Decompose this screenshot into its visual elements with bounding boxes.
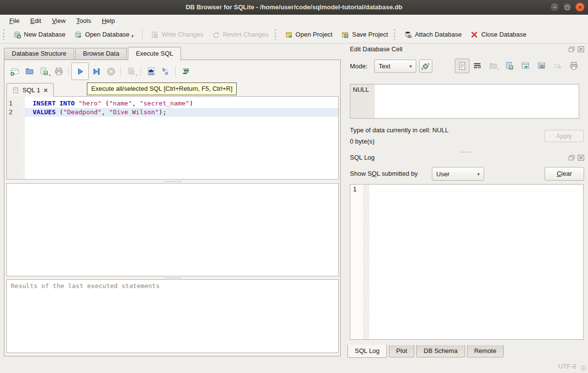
- sql-identifier: "name": [109, 100, 132, 107]
- clear-log-button[interactable]: Clear: [545, 167, 584, 181]
- close-button[interactable]: ×: [575, 2, 585, 12]
- log-line-number-gutter: 1: [350, 185, 363, 339]
- dock-tab-remote[interactable]: Remote: [467, 345, 504, 357]
- dock-tab-sql-log[interactable]: SQL Log: [347, 345, 387, 358]
- code-line-2: VALUES ("Deadpond", "Dive Wilson");: [25, 108, 338, 117]
- print-cell-icon[interactable]: [568, 60, 580, 72]
- log-line-number: 1: [353, 186, 357, 193]
- tab-browse-data[interactable]: Browse Data: [75, 48, 127, 61]
- maximize-button[interactable]: ◻: [563, 2, 572, 12]
- open-sql-file-icon[interactable]: [22, 64, 37, 79]
- save-project-label: Save Project: [352, 31, 388, 38]
- main-toolbar: New Database Open Database ▾ Write Chang…: [0, 26, 588, 43]
- new-database-button[interactable]: New Database: [9, 29, 70, 41]
- tab-database-structure[interactable]: Database Structure: [4, 48, 74, 61]
- toolbar-drag-handle: [275, 29, 277, 40]
- line-number: 1: [9, 99, 18, 108]
- menu-edit[interactable]: Edit: [25, 16, 46, 25]
- sql-toolbar-separator: [121, 66, 121, 76]
- format-sql-icon[interactable]: [178, 64, 193, 79]
- log-filter-select[interactable]: User ▾: [432, 167, 484, 181]
- sql-toolbar-separator: [141, 66, 141, 76]
- replace-icon[interactable]: ba: [158, 64, 173, 79]
- sql-doc-tab-label: SQL 1: [22, 86, 40, 94]
- import-cell-data-icon: ▾: [487, 60, 500, 72]
- text-mode-icon[interactable]: [455, 59, 469, 73]
- sql-doc-tab-close-icon[interactable]: ×: [43, 86, 47, 94]
- mode-select[interactable]: Text ▾: [374, 60, 416, 73]
- results-message-area[interactable]: Results of the last executed statements: [6, 279, 339, 353]
- open-database-menu-arrow[interactable]: ▾: [131, 34, 134, 39]
- close-database-button[interactable]: Close Database: [466, 29, 531, 41]
- sql-keyword: VALUES: [33, 108, 56, 116]
- svg-text:a: a: [165, 69, 168, 76]
- revert-changes-label: Revert Changes: [223, 31, 269, 38]
- menu-help[interactable]: Help: [97, 16, 121, 25]
- menubar: File Edit View Tools Help: [0, 15, 588, 26]
- menu-view[interactable]: View: [46, 16, 71, 25]
- execute-tooltip: Execute all/selected SQL [Ctrl+Return, F…: [87, 83, 237, 95]
- execute-sql-panel: ▾ ▾ ba SQL 1 × 1 2: [4, 60, 341, 356]
- execute-current-line-icon[interactable]: [89, 64, 103, 79]
- open-project-icon: [285, 31, 293, 39]
- sql-history-menu-arrow: ▾: [136, 73, 138, 78]
- edit-cell-dock-title: Edit Database Cell: [350, 45, 403, 53]
- open-database-icon: [74, 31, 82, 39]
- edit-cell-dock-titlebar: Edit Database Cell: [347, 45, 585, 55]
- splitter-handle[interactable]: [6, 180, 339, 183]
- dock-tab-db-schema[interactable]: DB Schema: [416, 345, 465, 357]
- code-area[interactable]: INSERT INTO "hero" ("name", "secret_name…: [25, 97, 338, 179]
- results-grid[interactable]: [6, 183, 339, 276]
- sql-string: "Dive Wilson": [109, 108, 159, 116]
- window-controls: − ◻ ×: [550, 2, 585, 12]
- word-wrap-icon[interactable]: [471, 60, 484, 72]
- open-project-button[interactable]: Open Project: [281, 29, 337, 41]
- toolbar-drag-handle: [394, 29, 396, 40]
- minimize-button[interactable]: −: [550, 2, 559, 12]
- open-in-external-icon[interactable]: [519, 60, 532, 72]
- sql-history-icon: ▾: [123, 64, 138, 79]
- sql-toolbar: ▾ ▾ ba: [7, 62, 193, 81]
- log-filter-value: User: [436, 170, 449, 178]
- sql-identifier: "secret_name": [140, 100, 189, 107]
- sql-doc-tabbar: SQL 1 ×: [6, 83, 54, 97]
- copy-link-icon[interactable]: [535, 60, 548, 72]
- sql-log-dock-titlebar: SQL Log: [347, 153, 585, 163]
- export-cell-data-icon[interactable]: [503, 60, 516, 72]
- sql-keyword: INSERT INTO: [33, 100, 75, 107]
- dock-close-icon[interactable]: [577, 46, 584, 52]
- write-changes-button: Write Changes: [146, 29, 208, 41]
- sql-editor[interactable]: 1 2 INSERT INTO "hero" ("name", "secret_…: [6, 96, 339, 180]
- sql-string: "Deadpond": [63, 108, 101, 116]
- dock-close-icon[interactable]: [577, 154, 584, 161]
- write-changes-icon: [151, 31, 159, 39]
- gear-icon: [420, 60, 432, 72]
- dock-float-icon[interactable]: [568, 154, 575, 161]
- tab-execute-sql[interactable]: Execute SQL: [128, 47, 181, 61]
- apply-button: Apply: [545, 130, 584, 142]
- save-sql-menu-arrow[interactable]: ▾: [49, 73, 51, 78]
- save-project-button[interactable]: Save Project: [337, 29, 392, 41]
- save-sql-file-icon[interactable]: ▾: [37, 64, 51, 79]
- dock-tab-plot[interactable]: Plot: [389, 345, 414, 357]
- sql-log-view[interactable]: 1: [350, 184, 584, 340]
- execute-all-icon[interactable]: [71, 62, 89, 80]
- auto-apply-button[interactable]: [419, 60, 432, 73]
- menu-tools[interactable]: Tools: [71, 16, 96, 25]
- find-icon[interactable]: [143, 64, 158, 79]
- toolbar-drag-handle: [3, 29, 5, 40]
- close-database-icon: [470, 31, 478, 39]
- edit-cell-toolbar: Mode: Text ▾ ▾: [347, 60, 585, 74]
- cell-editor[interactable]: NULL: [350, 84, 579, 119]
- new-sql-tab-icon[interactable]: [7, 64, 22, 79]
- dock-float-icon[interactable]: [568, 46, 575, 52]
- open-database-button[interactable]: Open Database ▾: [70, 29, 138, 41]
- print-sql-icon[interactable]: [51, 64, 66, 79]
- menu-file[interactable]: File: [4, 16, 25, 25]
- encoding-indicator[interactable]: UTF-8: [558, 363, 576, 370]
- resize-grip[interactable]: [581, 365, 587, 371]
- revert-changes-icon: [212, 31, 220, 39]
- close-database-label: Close Database: [481, 31, 527, 38]
- sql-doc-tab[interactable]: SQL 1 ×: [6, 83, 54, 97]
- attach-database-button[interactable]: Attach Database: [400, 29, 466, 41]
